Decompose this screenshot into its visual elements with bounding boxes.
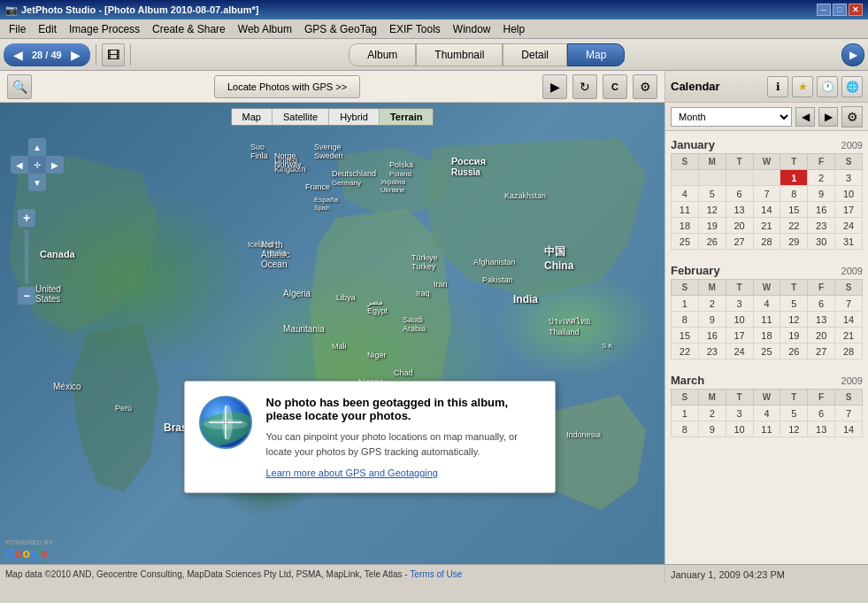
search-map-button[interactable]: 🔍 [7,74,32,99]
map-type-map[interactable]: Map [232,109,273,125]
maximize-button[interactable]: □ [833,4,847,16]
zoom-out-button[interactable]: − [18,287,35,305]
menu-gps-geotag[interactable]: GPS & GeoTag [299,21,382,37]
map-refresh-button[interactable]: ↻ [572,74,597,99]
feb-day-5[interactable]: 5 [780,296,808,312]
zoom-in-button[interactable]: + [18,209,35,227]
tab-map[interactable]: Map [567,43,625,66]
menu-exif-tools[interactable]: EXIF Tools [384,21,446,37]
feb-day-4[interactable]: 4 [753,296,780,312]
mar-day-12[interactable]: 12 [780,421,808,437]
calendar-clock-button[interactable]: 🕐 [817,76,838,97]
jan-day-4[interactable]: 4 [672,186,699,202]
jan-day-15[interactable]: 15 [780,202,808,218]
prev-button[interactable]: ◀ [9,46,27,64]
mar-day-1[interactable]: 1 [672,406,699,421]
feb-day-24[interactable]: 24 [726,344,753,359]
tab-album[interactable]: Album [349,43,416,66]
tab-detail[interactable]: Detail [503,43,567,66]
jan-day-6[interactable]: 6 [726,186,753,202]
gps-learn-more-link[interactable]: Learn more about GPS and Geotagging [266,468,541,478]
jan-day-10[interactable]: 10 [835,186,863,202]
jan-day-19[interactable]: 19 [698,218,726,234]
feb-day-21[interactable]: 21 [835,328,863,344]
jan-day-9[interactable]: 9 [808,186,835,202]
feb-day-16[interactable]: 16 [698,328,726,344]
menu-help[interactable]: Help [498,21,531,37]
feb-day-27[interactable]: 27 [808,344,835,359]
terms-of-use-link[interactable]: Terms of Use [410,569,462,579]
jan-day-16[interactable]: 16 [808,202,835,218]
map-content[interactable]: Canada UnitedStates México Brasil Perú N… [0,103,664,564]
feb-day-28[interactable]: 28 [835,344,863,359]
calendar-prev-button[interactable]: ◀ [795,107,815,127]
feb-day-10[interactable]: 10 [726,312,753,328]
menu-web-album[interactable]: Web Album [233,21,297,37]
feb-day-2[interactable]: 2 [698,296,726,312]
feb-day-14[interactable]: 14 [835,312,863,328]
calendar-scroll-area[interactable]: January 2009 S M T W T F S [665,131,868,564]
feb-day-22[interactable]: 22 [672,344,699,359]
calendar-info-button[interactable]: ℹ [767,76,788,97]
feb-day-8[interactable]: 8 [672,312,699,328]
jan-day-30[interactable]: 30 [808,234,835,250]
jan-day-5[interactable]: 5 [698,186,726,202]
mar-day-14[interactable]: 14 [835,421,863,437]
menu-edit[interactable]: Edit [33,21,62,37]
jan-day-3[interactable]: 3 [835,170,863,186]
mar-day-5[interactable]: 5 [780,406,808,421]
calendar-next-button[interactable]: ▶ [818,107,838,127]
mar-day-11[interactable]: 11 [753,421,780,437]
jan-day-13[interactable]: 13 [726,202,753,218]
minimize-button[interactable]: ─ [817,4,831,16]
map-forward-button[interactable]: ▶ [542,74,567,99]
jan-day-29[interactable]: 29 [780,234,808,250]
feb-day-12[interactable]: 12 [780,312,808,328]
jan-day-14[interactable]: 14 [753,202,780,218]
nav-down-button[interactable]: ▼ [30,175,44,189]
mar-day-4[interactable]: 4 [753,406,780,421]
feb-day-18[interactable]: 18 [753,328,780,344]
jan-day-17[interactable]: 17 [835,202,863,218]
nav-right-button[interactable]: ▶ [48,158,62,172]
feb-day-20[interactable]: 20 [808,328,835,344]
locate-gps-button[interactable]: Locate Photos with GPS >> [214,75,360,98]
next-button[interactable]: ▶ [67,46,85,64]
calendar-mode-select[interactable]: Day Week Month Year [671,107,792,127]
map-reload-button[interactable]: C [603,74,627,99]
calendar-gear-button[interactable]: ⚙ [841,106,863,128]
mar-day-13[interactable]: 13 [808,421,835,437]
jan-day-12[interactable]: 12 [698,202,726,218]
feb-day-11[interactable]: 11 [753,312,780,328]
jan-day-2[interactable]: 2 [808,170,835,186]
feb-day-1[interactable]: 1 [672,296,699,312]
mar-day-9[interactable]: 9 [698,421,726,437]
jan-day-24[interactable]: 24 [835,218,863,234]
mar-day-7[interactable]: 7 [835,406,863,421]
feb-day-25[interactable]: 25 [753,344,780,359]
map-settings-button[interactable]: ⚙ [633,74,657,99]
tab-thumbnail[interactable]: Thumbnail [416,43,503,66]
feb-day-7[interactable]: 7 [835,296,863,312]
calendar-globe-button[interactable]: 🌐 [841,76,863,97]
close-button[interactable]: ✕ [849,4,863,16]
jan-day-11[interactable]: 11 [672,202,699,218]
more-tabs-button[interactable]: ▶ [841,43,864,66]
jan-day-7[interactable]: 7 [753,186,780,202]
jan-day-31[interactable]: 31 [835,234,863,250]
nav-left-button[interactable]: ◀ [12,158,27,172]
feb-day-17[interactable]: 17 [726,328,753,344]
feb-day-9[interactable]: 9 [698,312,726,328]
map-type-hybrid[interactable]: Hybrid [329,109,380,125]
jan-day-20[interactable]: 20 [726,218,753,234]
feb-day-26[interactable]: 26 [780,344,808,359]
jan-day-18[interactable]: 18 [672,218,699,234]
nav-up-button[interactable]: ▲ [30,140,44,154]
calendar-star-button[interactable]: ★ [792,76,813,97]
menu-create-share[interactable]: Create & Share [147,21,231,37]
map-type-terrain[interactable]: Terrain [380,109,433,125]
jan-day-1[interactable]: 1 [780,170,808,186]
mar-day-10[interactable]: 10 [726,421,753,437]
jan-day-25[interactable]: 25 [672,234,699,250]
mar-day-6[interactable]: 6 [808,406,835,421]
